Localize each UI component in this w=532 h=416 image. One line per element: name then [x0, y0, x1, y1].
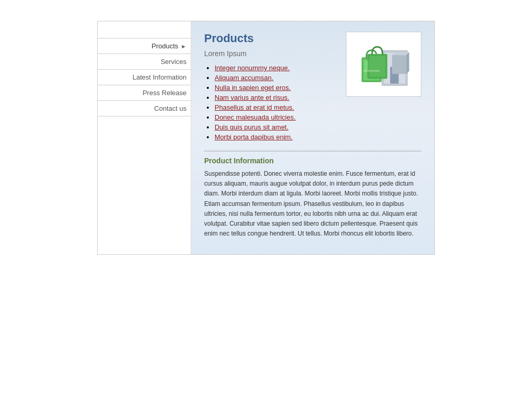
list-link[interactable]: Phasellus at erat id metus.: [215, 103, 294, 111]
sidebar-item-contact[interactable]: Contact us: [98, 102, 191, 115]
svg-marker-11: [406, 52, 409, 74]
list-item: Nam varius ante et risus.: [215, 94, 336, 101]
product-info-section: Product Information Suspendisse potenti.…: [204, 151, 421, 239]
svg-rect-9: [392, 55, 406, 74]
sidebar-item-latest-information[interactable]: Latest Information: [98, 71, 191, 84]
subtitle: Lorem Ipsum: [204, 49, 336, 58]
sidebar-link-products[interactable]: Products: [152, 42, 178, 50]
sidebar-link-contact[interactable]: Contact us: [154, 105, 187, 112]
list-link[interactable]: Nulla in sapien eget eros.: [215, 84, 291, 92]
list-item: Integer nonummy neque.: [215, 64, 336, 72]
list-item: Morbi porta dapibus enim.: [215, 133, 336, 141]
list-link[interactable]: Integer nonummy neque.: [215, 64, 290, 72]
list-item: Duis quis purus sit amet.: [215, 123, 336, 131]
bullet-list: Integer nonummy neque. Aliquam accumsan.…: [204, 64, 336, 141]
list-link[interactable]: Donec malesuada ultricies.: [215, 113, 296, 121]
list-link[interactable]: Nam varius ante et risus.: [215, 94, 289, 101]
sidebar-link-latest[interactable]: Latest Information: [132, 73, 187, 81]
svg-rect-7: [364, 60, 368, 70]
sidebar-item-press-release[interactable]: Press Release: [98, 86, 191, 99]
svg-rect-6: [369, 56, 385, 76]
sidebar-link-press[interactable]: Press Release: [142, 89, 187, 97]
list-item: Donec malesuada ultricies.: [215, 113, 336, 121]
list-link[interactable]: Duis quis purus sit amet.: [215, 123, 288, 131]
sidebar-item-services[interactable]: Services: [98, 55, 191, 68]
svg-rect-8: [363, 70, 379, 72]
product-bag-icon: [353, 36, 415, 93]
main-content: Products Lorem Ipsum Integer nonummy neq…: [191, 21, 434, 254]
arrow-icon: ►: [181, 43, 187, 49]
list-link[interactable]: Aliquam accumsan.: [215, 74, 273, 82]
svg-marker-10: [392, 52, 409, 55]
list-item: Nulla in sapien eget eros.: [215, 84, 336, 92]
sidebar: Products ► Services Latest Information P…: [98, 21, 191, 254]
list-item: Phasellus at erat id metus.: [215, 103, 336, 111]
page-title: Products: [204, 32, 336, 45]
sidebar-item-products[interactable]: Products ►: [98, 40, 191, 53]
sidebar-link-services[interactable]: Services: [161, 58, 187, 66]
list-item: Aliquam accumsan.: [215, 74, 336, 82]
product-info-text: Suspendisse potenti. Donec viverra moles…: [204, 169, 421, 239]
content-top: Products Lorem Ipsum Integer nonummy neq…: [204, 32, 421, 143]
product-image: [346, 32, 421, 97]
product-info-title: Product Information: [204, 157, 421, 165]
content-left: Products Lorem Ipsum Integer nonummy neq…: [204, 32, 336, 143]
list-link[interactable]: Morbi porta dapibus enim.: [215, 133, 292, 141]
